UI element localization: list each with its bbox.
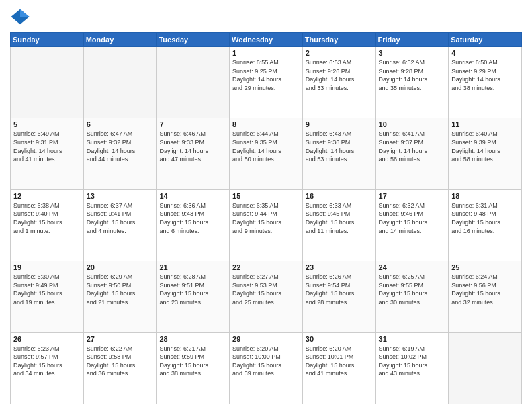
calendar-cell: 26Sunrise: 6:23 AM Sunset: 9:57 PM Dayli…	[11, 332, 84, 404]
day-number: 16	[306, 192, 373, 200]
day-info: Sunrise: 6:35 AM Sunset: 9:44 PM Dayligh…	[232, 201, 300, 235]
day-info: Sunrise: 6:19 AM Sunset: 10:02 PM Daylig…	[379, 345, 446, 378]
calendar-cell: 16Sunrise: 6:33 AM Sunset: 9:45 PM Dayli…	[302, 189, 375, 261]
day-info: Sunrise: 6:36 AM Sunset: 9:43 PM Dayligh…	[159, 201, 226, 235]
weekday-header-row: SundayMondayTuesdayWednesdayThursdayFrid…	[11, 33, 522, 47]
calendar-cell	[83, 47, 157, 118]
day-info: Sunrise: 6:52 AM Sunset: 9:28 PM Dayligh…	[379, 58, 446, 92]
calendar-cell: 31Sunrise: 6:19 AM Sunset: 10:02 PM Dayl…	[375, 332, 449, 404]
calendar-cell: 14Sunrise: 6:36 AM Sunset: 9:43 PM Dayli…	[157, 189, 230, 261]
day-info: Sunrise: 6:26 AM Sunset: 9:54 PM Dayligh…	[306, 273, 373, 306]
day-info: Sunrise: 6:33 AM Sunset: 9:45 PM Dayligh…	[306, 201, 373, 235]
day-number: 25	[451, 263, 519, 271]
calendar-cell	[11, 47, 84, 118]
calendar-cell: 10Sunrise: 6:41 AM Sunset: 9:37 PM Dayli…	[375, 118, 449, 189]
calendar-cell: 3Sunrise: 6:52 AM Sunset: 9:28 PM Daylig…	[375, 47, 449, 118]
day-info: Sunrise: 6:37 AM Sunset: 9:41 PM Dayligh…	[87, 201, 154, 235]
day-info: Sunrise: 6:31 AM Sunset: 9:48 PM Dayligh…	[451, 201, 519, 235]
calendar: SundayMondayTuesdayWednesdayThursdayFrid…	[10, 32, 522, 404]
day-info: Sunrise: 6:53 AM Sunset: 9:26 PM Dayligh…	[306, 58, 373, 92]
day-info: Sunrise: 6:49 AM Sunset: 9:31 PM Dayligh…	[13, 130, 81, 163]
calendar-cell: 8Sunrise: 6:44 AM Sunset: 9:35 PM Daylig…	[230, 118, 303, 189]
calendar-cell: 27Sunrise: 6:22 AM Sunset: 9:58 PM Dayli…	[83, 332, 157, 404]
day-number: 27	[87, 335, 154, 343]
day-info: Sunrise: 6:20 AM Sunset: 10:01 PM Daylig…	[306, 345, 373, 378]
weekday-header-monday: Monday	[83, 33, 157, 47]
day-number: 29	[232, 335, 300, 343]
calendar-cell: 17Sunrise: 6:32 AM Sunset: 9:46 PM Dayli…	[375, 189, 449, 261]
calendar-cell: 30Sunrise: 6:20 AM Sunset: 10:01 PM Dayl…	[302, 332, 375, 404]
calendar-cell	[157, 47, 230, 118]
day-info: Sunrise: 6:29 AM Sunset: 9:50 PM Dayligh…	[87, 273, 154, 306]
day-number: 26	[13, 335, 81, 343]
day-info: Sunrise: 6:47 AM Sunset: 9:32 PM Dayligh…	[87, 130, 154, 163]
day-info: Sunrise: 6:38 AM Sunset: 9:40 PM Dayligh…	[13, 201, 81, 235]
header	[10, 7, 522, 27]
calendar-cell: 21Sunrise: 6:28 AM Sunset: 9:51 PM Dayli…	[157, 261, 230, 332]
calendar-cell: 24Sunrise: 6:25 AM Sunset: 9:55 PM Dayli…	[375, 261, 449, 332]
calendar-cell: 2Sunrise: 6:53 AM Sunset: 9:26 PM Daylig…	[302, 47, 375, 118]
day-info: Sunrise: 6:46 AM Sunset: 9:33 PM Dayligh…	[159, 130, 226, 163]
day-number: 24	[379, 263, 446, 271]
day-number: 13	[87, 192, 154, 200]
day-number: 20	[87, 263, 154, 271]
logo	[10, 7, 33, 27]
svg-marker-1	[20, 9, 30, 17]
calendar-cell: 15Sunrise: 6:35 AM Sunset: 9:44 PM Dayli…	[230, 189, 303, 261]
day-info: Sunrise: 6:43 AM Sunset: 9:36 PM Dayligh…	[306, 130, 373, 163]
calendar-cell: 12Sunrise: 6:38 AM Sunset: 9:40 PM Dayli…	[11, 189, 84, 261]
day-number: 4	[451, 49, 519, 57]
day-info: Sunrise: 6:20 AM Sunset: 10:00 PM Daylig…	[232, 345, 300, 378]
day-info: Sunrise: 6:27 AM Sunset: 9:53 PM Dayligh…	[232, 273, 300, 306]
weekday-header-tuesday: Tuesday	[157, 33, 230, 47]
day-number: 6	[87, 120, 154, 128]
weekday-header-saturday: Saturday	[449, 33, 522, 47]
day-info: Sunrise: 6:22 AM Sunset: 9:58 PM Dayligh…	[87, 345, 154, 378]
page: SundayMondayTuesdayWednesdayThursdayFrid…	[0, 0, 532, 411]
day-number: 19	[13, 263, 81, 271]
day-number: 2	[306, 49, 373, 57]
week-row-1: 5Sunrise: 6:49 AM Sunset: 9:31 PM Daylig…	[11, 118, 522, 189]
day-number: 15	[232, 192, 300, 200]
day-number: 22	[232, 263, 300, 271]
calendar-cell: 6Sunrise: 6:47 AM Sunset: 9:32 PM Daylig…	[83, 118, 157, 189]
day-number: 21	[159, 263, 226, 271]
calendar-cell: 7Sunrise: 6:46 AM Sunset: 9:33 PM Daylig…	[157, 118, 230, 189]
day-info: Sunrise: 6:23 AM Sunset: 9:57 PM Dayligh…	[13, 345, 81, 378]
calendar-cell: 13Sunrise: 6:37 AM Sunset: 9:41 PM Dayli…	[83, 189, 157, 261]
calendar-cell: 5Sunrise: 6:49 AM Sunset: 9:31 PM Daylig…	[11, 118, 84, 189]
calendar-cell: 20Sunrise: 6:29 AM Sunset: 9:50 PM Dayli…	[83, 261, 157, 332]
day-info: Sunrise: 6:32 AM Sunset: 9:46 PM Dayligh…	[379, 201, 446, 235]
calendar-cell: 29Sunrise: 6:20 AM Sunset: 10:00 PM Dayl…	[230, 332, 303, 404]
calendar-cell: 18Sunrise: 6:31 AM Sunset: 9:48 PM Dayli…	[449, 189, 522, 261]
day-number: 31	[379, 335, 446, 343]
calendar-cell: 22Sunrise: 6:27 AM Sunset: 9:53 PM Dayli…	[230, 261, 303, 332]
day-info: Sunrise: 6:21 AM Sunset: 9:59 PM Dayligh…	[159, 345, 226, 378]
day-number: 23	[306, 263, 373, 271]
day-info: Sunrise: 6:50 AM Sunset: 9:29 PM Dayligh…	[451, 58, 519, 92]
day-number: 7	[159, 120, 226, 128]
weekday-header-sunday: Sunday	[11, 33, 84, 47]
calendar-cell	[449, 332, 522, 404]
week-row-4: 26Sunrise: 6:23 AM Sunset: 9:57 PM Dayli…	[11, 332, 522, 404]
day-number: 14	[159, 192, 226, 200]
day-number: 10	[379, 120, 446, 128]
day-info: Sunrise: 6:40 AM Sunset: 9:39 PM Dayligh…	[451, 130, 519, 163]
day-info: Sunrise: 6:30 AM Sunset: 9:49 PM Dayligh…	[13, 273, 81, 306]
day-number: 3	[379, 49, 446, 57]
calendar-cell: 23Sunrise: 6:26 AM Sunset: 9:54 PM Dayli…	[302, 261, 375, 332]
calendar-cell: 19Sunrise: 6:30 AM Sunset: 9:49 PM Dayli…	[11, 261, 84, 332]
day-number: 5	[13, 120, 81, 128]
week-row-0: 1Sunrise: 6:55 AM Sunset: 9:25 PM Daylig…	[11, 47, 522, 118]
calendar-cell: 9Sunrise: 6:43 AM Sunset: 9:36 PM Daylig…	[302, 118, 375, 189]
day-number: 30	[306, 335, 373, 343]
day-number: 1	[232, 49, 300, 57]
day-number: 8	[232, 120, 300, 128]
day-number: 17	[379, 192, 446, 200]
calendar-cell: 11Sunrise: 6:40 AM Sunset: 9:39 PM Dayli…	[449, 118, 522, 189]
day-number: 28	[159, 335, 226, 343]
day-info: Sunrise: 6:25 AM Sunset: 9:55 PM Dayligh…	[379, 273, 446, 306]
weekday-header-thursday: Thursday	[302, 33, 375, 47]
logo-icon	[10, 7, 30, 27]
calendar-cell: 28Sunrise: 6:21 AM Sunset: 9:59 PM Dayli…	[157, 332, 230, 404]
